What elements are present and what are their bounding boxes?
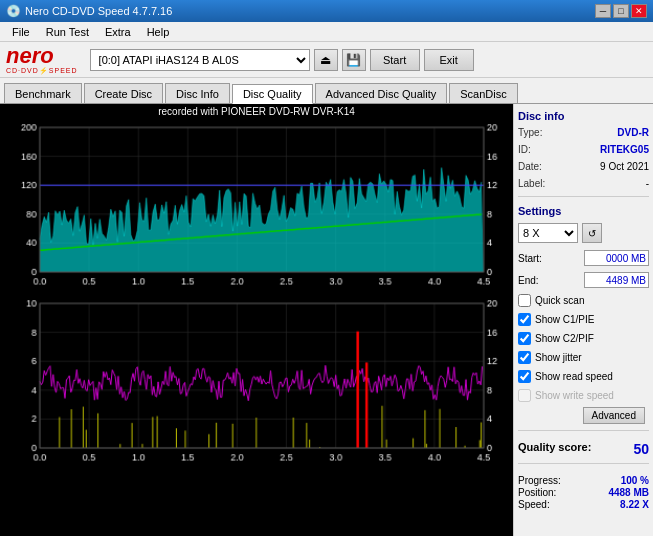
show-jitter-label: Show jitter bbox=[535, 352, 582, 363]
window-title: Nero CD-DVD Speed 4.7.7.16 bbox=[25, 5, 172, 17]
top-chart bbox=[0, 119, 513, 295]
show-read-speed-checkbox[interactable] bbox=[518, 370, 531, 383]
tab-disc-quality[interactable]: Disc Quality bbox=[232, 84, 313, 104]
drive-select[interactable]: [0:0] ATAPI iHAS124 B AL0S bbox=[90, 49, 310, 71]
show-c1-checkbox[interactable] bbox=[518, 313, 531, 326]
disc-type-row: Type: DVD-R bbox=[518, 127, 649, 138]
start-field-row: Start: bbox=[518, 250, 649, 266]
show-c2-checkbox[interactable] bbox=[518, 332, 531, 345]
menu-bar: File Run Test Extra Help bbox=[0, 22, 653, 42]
end-label: End: bbox=[518, 275, 539, 286]
speed-setting-row: 4 X8 X12 X16 X ↺ bbox=[518, 223, 649, 243]
tab-disc-info[interactable]: Disc Info bbox=[165, 83, 230, 103]
show-c1-row: Show C1/PIE bbox=[518, 313, 649, 326]
maximize-button[interactable]: □ bbox=[613, 4, 629, 18]
show-write-speed-row: Show write speed bbox=[518, 389, 649, 402]
show-jitter-checkbox[interactable] bbox=[518, 351, 531, 364]
toolbar: nero CD·DVD⚡SPEED [0:0] ATAPI iHAS124 B … bbox=[0, 42, 653, 78]
tab-benchmark[interactable]: Benchmark bbox=[4, 83, 82, 103]
title-bar-controls: ─ □ ✕ bbox=[595, 4, 647, 18]
quality-score-value: 50 bbox=[633, 441, 649, 457]
disc-id-row: ID: RITEKG05 bbox=[518, 144, 649, 155]
close-button[interactable]: ✕ bbox=[631, 4, 647, 18]
eject-button[interactable]: ⏏ bbox=[314, 49, 338, 71]
end-field-row: End: bbox=[518, 272, 649, 288]
show-jitter-row: Show jitter bbox=[518, 351, 649, 364]
start-button[interactable]: Start bbox=[370, 49, 420, 71]
app-icon: 💿 bbox=[6, 4, 21, 18]
title-bar: 💿 Nero CD-DVD Speed 4.7.7.16 ─ □ ✕ bbox=[0, 0, 653, 22]
title-bar-left: 💿 Nero CD-DVD Speed 4.7.7.16 bbox=[6, 4, 172, 18]
progress-section: Progress: 100 % Position: 4488 MB Speed:… bbox=[518, 474, 649, 511]
progress-row: Progress: 100 % bbox=[518, 475, 649, 486]
disc-label-label: Label: bbox=[518, 178, 545, 189]
position-label: Position: bbox=[518, 487, 556, 498]
disc-id-value: RITEKG05 bbox=[600, 144, 649, 155]
show-c2-label: Show C2/PIF bbox=[535, 333, 594, 344]
disc-type-label: Type: bbox=[518, 127, 542, 138]
start-label: Start: bbox=[518, 253, 542, 264]
quick-scan-label: Quick scan bbox=[535, 295, 584, 306]
start-input[interactable] bbox=[584, 250, 649, 266]
disc-type-value: DVD-R bbox=[617, 127, 649, 138]
speed-select[interactable]: 4 X8 X12 X16 X bbox=[518, 223, 578, 243]
tab-create-disc[interactable]: Create Disc bbox=[84, 83, 163, 103]
disc-label-row: Label: - bbox=[518, 178, 649, 189]
quick-scan-row: Quick scan bbox=[518, 294, 649, 307]
end-input[interactable] bbox=[584, 272, 649, 288]
show-write-speed-checkbox[interactable] bbox=[518, 389, 531, 402]
tab-advanced-disc-quality[interactable]: Advanced Disc Quality bbox=[315, 83, 448, 103]
menu-help[interactable]: Help bbox=[139, 24, 178, 40]
save-button[interactable]: 💾 bbox=[342, 49, 366, 71]
bottom-chart bbox=[0, 295, 513, 471]
disc-date-value: 9 Oct 2021 bbox=[600, 161, 649, 172]
show-c1-label: Show C1/PIE bbox=[535, 314, 594, 325]
show-write-speed-label: Show write speed bbox=[535, 390, 614, 401]
main-content: recorded with PIONEER DVD-RW DVR-K14 Dis… bbox=[0, 104, 653, 536]
show-read-speed-row: Show read speed bbox=[518, 370, 649, 383]
minimize-button[interactable]: ─ bbox=[595, 4, 611, 18]
disc-id-label: ID: bbox=[518, 144, 531, 155]
speed-label: Speed: bbox=[518, 499, 550, 510]
refresh-button[interactable]: ↺ bbox=[582, 223, 602, 243]
menu-run-test[interactable]: Run Test bbox=[38, 24, 97, 40]
advanced-button[interactable]: Advanced bbox=[583, 407, 645, 424]
exit-button[interactable]: Exit bbox=[424, 49, 474, 71]
position-value: 4488 MB bbox=[608, 487, 649, 498]
settings-title: Settings bbox=[518, 205, 649, 217]
progress-value: 100 % bbox=[621, 475, 649, 486]
menu-file[interactable]: File bbox=[4, 24, 38, 40]
chart-title: recorded with PIONEER DVD-RW DVR-K14 bbox=[0, 104, 513, 119]
disc-date-row: Date: 9 Oct 2021 bbox=[518, 161, 649, 172]
menu-extra[interactable]: Extra bbox=[97, 24, 139, 40]
position-row: Position: 4488 MB bbox=[518, 487, 649, 498]
nero-logo: nero CD·DVD⚡SPEED bbox=[6, 45, 78, 75]
disc-label-value: - bbox=[646, 178, 649, 189]
show-read-speed-label: Show read speed bbox=[535, 371, 613, 382]
sidebar: Disc info Type: DVD-R ID: RITEKG05 Date:… bbox=[513, 104, 653, 536]
disc-info-title: Disc info bbox=[518, 110, 649, 122]
charts-container: recorded with PIONEER DVD-RW DVR-K14 bbox=[0, 104, 513, 536]
disc-date-label: Date: bbox=[518, 161, 542, 172]
speed-value: 8.22 X bbox=[620, 499, 649, 510]
speed-row: Speed: 8.22 X bbox=[518, 499, 649, 510]
show-c2-row: Show C2/PIF bbox=[518, 332, 649, 345]
tab-bar: Benchmark Create Disc Disc Info Disc Qua… bbox=[0, 78, 653, 104]
quality-score-row: Quality score: 50 bbox=[518, 441, 649, 457]
quick-scan-checkbox[interactable] bbox=[518, 294, 531, 307]
quality-score-label: Quality score: bbox=[518, 441, 591, 457]
tab-scandisc[interactable]: ScanDisc bbox=[449, 83, 517, 103]
progress-label: Progress: bbox=[518, 475, 561, 486]
